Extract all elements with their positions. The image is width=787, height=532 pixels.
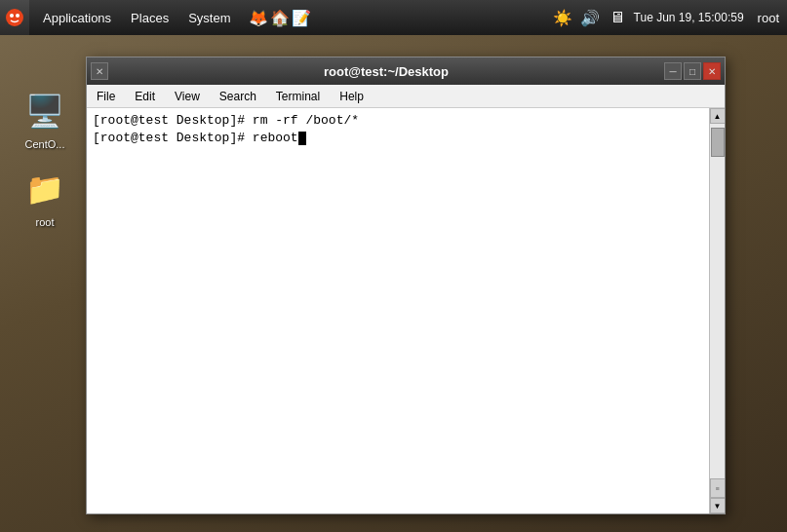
volume-icon[interactable]: 🔊: [579, 7, 601, 28]
terminal-line-1: [root@test Desktop]# rm -rf /boot/*: [93, 112, 703, 130]
terminal-line-2: [root@test Desktop]# reboot: [93, 130, 703, 147]
root-label: root: [36, 216, 55, 228]
title-bar: ✕ root@test:~/Desktop ─ □ ✕: [87, 57, 725, 85]
menu-edit[interactable]: Edit: [125, 85, 165, 108]
terminal-window: ✕ root@test:~/Desktop ─ □ ✕ File Edit Vi…: [86, 57, 726, 514]
root-folder-icon: 📁: [21, 166, 68, 212]
taskbar-system[interactable]: System: [178, 0, 240, 35]
title-bar-title: root@test:~/Desktop: [108, 64, 664, 79]
scrollbar-down-button[interactable]: ▼: [710, 498, 726, 513]
centos-icon: 🖥️: [21, 88, 68, 134]
menu-file[interactable]: File: [87, 85, 125, 108]
taskbar-places[interactable]: Places: [121, 0, 178, 35]
menu-view[interactable]: View: [165, 85, 210, 108]
scrollbar-grip-area[interactable]: ≡: [710, 478, 726, 498]
centos-label: CentO...: [25, 138, 65, 150]
close-button[interactable]: ✕: [703, 62, 721, 80]
menu-bar: File Edit View Search Terminal Help: [87, 85, 725, 108]
scrollbar-up-button[interactable]: ▲: [710, 108, 726, 124]
taskbar-applications[interactable]: Applications: [33, 0, 121, 35]
taskbar-left: Applications Places System 🦊 🏠 📝: [0, 0, 312, 35]
terminal-scrollbar[interactable]: ▲ ≡ ▼: [709, 108, 725, 513]
minimize-button[interactable]: ─: [664, 62, 682, 80]
terminal-text-area[interactable]: [root@test Desktop]# rm -rf /boot/* [roo…: [87, 108, 709, 513]
svg-point-2: [16, 14, 20, 18]
terminal-content: [root@test Desktop]# rm -rf /boot/* [roo…: [87, 108, 725, 513]
maximize-button[interactable]: □: [684, 62, 701, 80]
taskbar-clock: Tue Jun 19, 15:00:59: [634, 11, 744, 24]
taskbar-right: ☀️ 🔊 🖥 Tue Jun 19, 15:00:59 root: [552, 7, 787, 28]
desktop-icon-root[interactable]: 📁 root: [10, 166, 80, 228]
svg-point-0: [6, 9, 23, 26]
desktop-icon-centos[interactable]: 🖥️ CentO...: [10, 88, 80, 150]
taskbar: Applications Places System 🦊 🏠 📝 ☀️ 🔊 🖥 …: [0, 0, 787, 35]
scrollbar-thumb[interactable]: [711, 128, 725, 157]
menu-help[interactable]: Help: [330, 85, 374, 108]
menu-search[interactable]: Search: [210, 85, 266, 108]
network-icon[interactable]: 🖥: [607, 7, 628, 28]
files-icon[interactable]: 🏠: [269, 7, 291, 28]
gnome-logo-icon: [4, 7, 25, 28]
firefox-icon[interactable]: 🦊: [248, 7, 269, 28]
terminal-window-icon: ✕: [91, 62, 108, 80]
svg-point-1: [10, 14, 14, 18]
taskbar-logo[interactable]: [0, 0, 29, 35]
taskbar-username[interactable]: root: [758, 11, 779, 25]
desktop: Applications Places System 🦊 🏠 📝 ☀️ 🔊 🖥 …: [0, 0, 787, 532]
menu-terminal[interactable]: Terminal: [266, 85, 330, 108]
editor-icon[interactable]: 📝: [291, 7, 312, 28]
terminal-cursor: [298, 132, 306, 145]
scrollbar-track[interactable]: [710, 124, 726, 478]
title-bar-left: ✕: [91, 62, 108, 80]
notification-icon[interactable]: ☀️: [552, 7, 573, 28]
title-bar-buttons: ─ □ ✕: [664, 62, 721, 80]
